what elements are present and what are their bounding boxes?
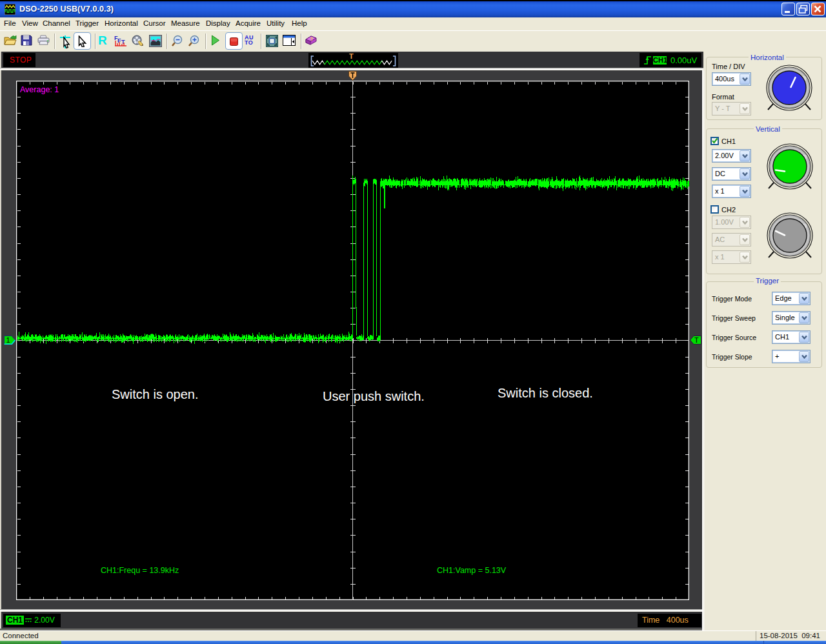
svg-text:CH1:Frequ = 13.9kHz: CH1:Frequ = 13.9kHz	[101, 566, 179, 575]
svg-text:Switch is open.: Switch is open.	[112, 387, 199, 401]
svg-text:User push switch.: User push switch.	[323, 389, 425, 403]
svg-text:Switch is closed.: Switch is closed.	[498, 386, 593, 400]
svg-text:1: 1	[6, 336, 10, 344]
svg-text:CH1:Vamp = 5.13V: CH1:Vamp = 5.13V	[437, 566, 507, 575]
svg-text:T: T	[694, 336, 699, 344]
svg-text:Average: 1: Average: 1	[20, 85, 59, 94]
svg-text:?: ?	[310, 37, 313, 41]
